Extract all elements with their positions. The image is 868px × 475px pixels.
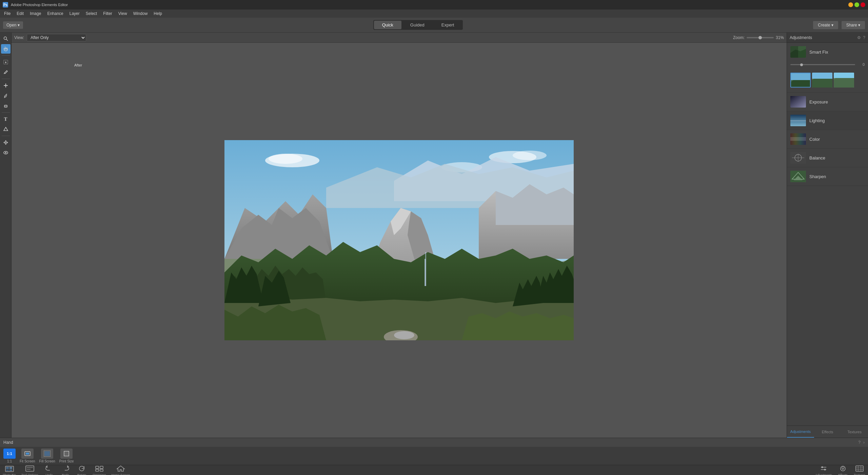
textures-tab-icon bbox=[854, 464, 865, 473]
redeye-tool[interactable] bbox=[1, 148, 11, 157]
adj-help-icon[interactable]: ? bbox=[863, 35, 865, 40]
shape-tool[interactable] bbox=[1, 125, 11, 134]
zoom-slider[interactable] bbox=[747, 37, 774, 38]
sf-thumb-2[interactable] bbox=[812, 73, 832, 88]
effects-bottom-tab[interactable]: Effects bbox=[814, 426, 841, 438]
right-status-tabs: Adjustments Effects Textures bbox=[815, 464, 865, 475]
menu-window[interactable]: Window bbox=[131, 11, 151, 17]
app-icon: Ps bbox=[3, 2, 8, 7]
fill-screen-btn[interactable]: Fill Screen bbox=[39, 449, 55, 463]
menu-file[interactable]: File bbox=[1, 11, 13, 17]
select-tool[interactable] bbox=[1, 57, 11, 67]
app-title: Adobe Photoshop Elements Editor bbox=[11, 3, 68, 7]
mode-tabs: Quick Guided Expert bbox=[373, 20, 463, 30]
tab-guided[interactable]: Guided bbox=[402, 21, 433, 29]
view-label: View: bbox=[14, 35, 24, 40]
fit-screen-btn[interactable]: Fit Screen bbox=[20, 449, 35, 463]
svg-rect-76 bbox=[100, 469, 103, 471]
home-screen-btn[interactable]: Home Screen bbox=[112, 464, 130, 475]
color-label: Color bbox=[809, 137, 820, 142]
menu-image[interactable]: Image bbox=[27, 11, 44, 17]
print-size-label: Print Size bbox=[59, 459, 74, 463]
open-button[interactable]: Open ▾ bbox=[3, 21, 23, 29]
view-select[interactable]: After Only Before Only Before & After - … bbox=[27, 34, 86, 41]
minimize-button[interactable] bbox=[848, 2, 853, 7]
exposure-item[interactable]: Exposure bbox=[787, 93, 868, 111]
menu-enhance[interactable]: Enhance bbox=[44, 11, 66, 17]
adjustments-tab-btn[interactable]: Adjustments bbox=[815, 464, 832, 475]
menu-help[interactable]: Help bbox=[151, 11, 165, 17]
adj-bottom-tab[interactable]: Adjustments bbox=[787, 426, 814, 438]
smart-fix-item[interactable]: Smart Fix 0 bbox=[787, 43, 868, 93]
tool-options-btn[interactable]: Tool Options bbox=[21, 464, 38, 475]
menu-edit[interactable]: Edit bbox=[14, 11, 26, 17]
rotate-btn[interactable]: Rotate bbox=[76, 464, 87, 475]
print-size-icon bbox=[60, 449, 73, 459]
fit-screen-icon bbox=[21, 449, 34, 459]
after-label: After bbox=[74, 63, 82, 67]
menu-filter[interactable]: Filter bbox=[100, 11, 115, 17]
redo-btn[interactable]: Redo bbox=[60, 464, 71, 475]
sf-thumb-1[interactable] bbox=[790, 73, 811, 88]
home-screen-icon bbox=[115, 464, 126, 473]
svg-rect-41 bbox=[791, 73, 811, 80]
brush-tool[interactable] bbox=[1, 91, 11, 100]
hand-bar: Hand ? › bbox=[0, 438, 868, 447]
organizer-btn[interactable]: Organizer bbox=[93, 464, 106, 475]
exposure-label: Exposure bbox=[809, 99, 828, 104]
eraser-tool[interactable] bbox=[1, 101, 11, 111]
move-tool[interactable] bbox=[1, 138, 11, 147]
adjustments-title: Adjustments bbox=[790, 35, 812, 40]
effects-tab-label: Effects bbox=[838, 473, 847, 475]
undo-icon bbox=[44, 464, 55, 473]
tool-options-icon bbox=[24, 464, 35, 473]
fill-screen-icon bbox=[41, 449, 53, 459]
svg-marker-77 bbox=[117, 466, 124, 471]
print-size-btn[interactable]: Print Size bbox=[59, 449, 74, 463]
one-to-one-btn[interactable]: 1:1 1:1 bbox=[3, 449, 16, 463]
organizer-label: Organizer bbox=[93, 473, 106, 475]
smart-fix-slider[interactable] bbox=[790, 64, 855, 65]
svg-point-0 bbox=[4, 37, 6, 40]
create-button[interactable]: Create ▾ bbox=[813, 21, 838, 30]
svg-rect-47 bbox=[790, 96, 806, 108]
balance-item[interactable]: Balance bbox=[787, 149, 868, 167]
sf-thumb-3[interactable] bbox=[834, 73, 854, 88]
arrow-icon[interactable]: › bbox=[863, 440, 865, 445]
tab-quick[interactable]: Quick bbox=[374, 21, 401, 29]
healing-tool[interactable] bbox=[1, 81, 11, 90]
smart-fix-slider-row: 0 bbox=[790, 61, 865, 68]
zoom-label: Zoom: bbox=[733, 35, 745, 40]
zoom-tool[interactable] bbox=[1, 34, 11, 43]
menu-select[interactable]: Select bbox=[83, 11, 100, 17]
menu-view[interactable]: View bbox=[116, 11, 130, 17]
effects-tab-btn[interactable]: Effects bbox=[837, 464, 848, 475]
textures-tab-btn[interactable]: Textures bbox=[854, 464, 865, 475]
smart-fix-thumbnails bbox=[790, 71, 865, 89]
undo-btn[interactable]: Undo bbox=[44, 464, 55, 475]
svg-rect-49 bbox=[790, 120, 806, 121]
lighting-item[interactable]: Lighting bbox=[787, 111, 868, 130]
textures-bottom-tab[interactable]: Textures bbox=[841, 426, 868, 438]
hand-tool[interactable] bbox=[1, 44, 11, 54]
close-button[interactable] bbox=[861, 2, 865, 7]
textures-tab-label: Textures bbox=[854, 473, 865, 475]
window-controls[interactable] bbox=[848, 2, 865, 7]
photo-bin-btn[interactable]: Photo Bin bbox=[3, 464, 16, 475]
help-icon[interactable]: ? bbox=[858, 440, 861, 445]
color-item[interactable]: Color bbox=[787, 130, 868, 149]
sharpen-item[interactable]: Sharpen bbox=[787, 167, 868, 186]
hand-label: Hand bbox=[3, 440, 13, 445]
share-button[interactable]: Share ▾ bbox=[841, 21, 865, 30]
menu-layer[interactable]: Layer bbox=[67, 11, 82, 17]
color-thumbnail bbox=[790, 133, 806, 145]
eyedropper-tool[interactable] bbox=[1, 68, 11, 77]
adj-settings-icon[interactable]: ⚙ bbox=[857, 35, 861, 40]
maximize-button[interactable] bbox=[854, 2, 859, 7]
lighting-thumbnail bbox=[790, 115, 806, 126]
photo-bin-label: Photo Bin bbox=[3, 473, 16, 475]
svg-line-1 bbox=[6, 39, 8, 41]
svg-rect-69 bbox=[9, 470, 12, 471]
text-tool[interactable]: T bbox=[1, 114, 11, 124]
tab-expert[interactable]: Expert bbox=[433, 21, 462, 29]
